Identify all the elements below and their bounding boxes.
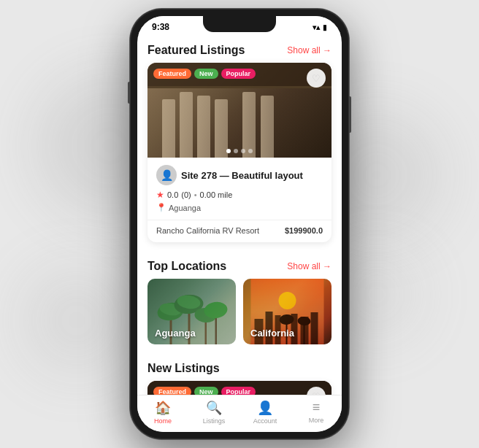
featured-section-header: Featured Listings Show all →: [137, 35, 342, 63]
svg-rect-20: [304, 324, 305, 344]
review-count: (0): [181, 190, 191, 199]
top-locations-title: Top Locations: [147, 260, 226, 273]
top-locations-header: Top Locations Show all →: [137, 251, 342, 279]
home-icon: 🏠: [155, 400, 171, 416]
pillar-3: [197, 96, 210, 158]
rating-value: 0.0: [167, 190, 178, 199]
phone-screen: 9:38 ▾▴ ▮ Featured Listings Show all →: [137, 16, 342, 432]
card-location: 📍 Aguanga: [156, 203, 323, 212]
card-footer: Rancho California RV Resort $199900.0: [147, 220, 332, 242]
main-scroll-area[interactable]: Featured Listings Show all →: [137, 35, 342, 395]
card-price: $199900.0: [285, 226, 323, 235]
listings-label: Listings: [203, 417, 226, 425]
nav-item-more[interactable]: ≡ More: [291, 400, 342, 425]
more-icon: ≡: [313, 400, 321, 415]
resort-name: Rancho California RV Resort: [156, 226, 259, 235]
listings-icon: 🔍: [206, 400, 222, 416]
nav-item-home[interactable]: 🏠 Home: [137, 400, 188, 425]
notch: [203, 16, 276, 32]
location-name: Aguanga: [169, 204, 201, 212]
dot-1: [226, 149, 231, 153]
bottom-navigation: 🏠 Home 🔍 Listings 👤 Account ≡ More: [137, 395, 342, 432]
new-card-image: Featured New Popular ♡: [147, 381, 332, 395]
home-label: Home: [154, 417, 172, 425]
heart-button[interactable]: ♡: [307, 69, 326, 88]
dot-2: [234, 149, 238, 153]
pillar-6: [261, 96, 274, 158]
svg-point-11: [279, 292, 296, 309]
new-badge-featured: Featured: [153, 387, 191, 395]
status-time: 9:38: [152, 22, 169, 32]
dot-4: [248, 149, 253, 153]
new-listings-header: New Listings: [137, 353, 342, 381]
image-dots: [226, 149, 253, 153]
new-card-badges: Featured New Popular: [153, 387, 256, 395]
card-rating: ★ 0.0 (0) • 0.00 mile: [156, 190, 323, 200]
california-label: California: [250, 328, 294, 339]
svg-rect-17: [311, 312, 318, 344]
new-badge-popular: Popular: [221, 387, 256, 395]
card-user-row: 👤 Site 278 — Beautiful layout: [156, 165, 323, 185]
card-image: Featured New Popular ♡: [147, 63, 332, 158]
distance: 0.00 mile: [200, 190, 233, 199]
svg-rect-8: [215, 314, 218, 344]
wifi-icon: ▾▴: [313, 23, 320, 31]
phone-frame: 9:38 ▾▴ ▮ Featured Listings Show all →: [130, 9, 349, 439]
pillar-1: [162, 99, 175, 158]
star-icon: ★: [156, 190, 164, 200]
badge-featured: Featured: [153, 69, 191, 79]
locations-row: Aguanga: [137, 279, 342, 353]
featured-show-all[interactable]: Show all →: [287, 45, 332, 55]
badge-popular: Popular: [221, 69, 256, 79]
new-listing-card[interactable]: Featured New Popular ♡: [147, 381, 332, 395]
card-body: 👤 Site 278 — Beautiful layout ★ 0.0 (0) …: [147, 158, 332, 220]
nav-item-account[interactable]: 👤 Account: [240, 400, 291, 425]
rating-separator: •: [194, 190, 197, 199]
avatar: 👤: [156, 165, 177, 185]
badge-new: New: [194, 69, 218, 79]
svg-rect-6: [205, 319, 207, 344]
account-label: Account: [253, 417, 277, 425]
dot-3: [241, 149, 245, 153]
card-title: Site 278 — Beautiful layout: [181, 170, 303, 181]
location-card-california[interactable]: California: [243, 279, 332, 344]
pillar-2: [180, 92, 193, 158]
top-locations-show-all[interactable]: Show all →: [287, 261, 332, 271]
status-icons: ▾▴ ▮: [313, 23, 327, 31]
account-icon: 👤: [257, 400, 273, 416]
card-badges: Featured New Popular: [153, 69, 256, 79]
nav-item-listings[interactable]: 🔍 Listings: [188, 400, 240, 425]
new-listings-title: New Listings: [147, 362, 220, 375]
battery-icon: ▮: [323, 23, 327, 31]
aguanga-label: Aguanga: [155, 328, 196, 339]
featured-listing-card[interactable]: Featured New Popular ♡ 👤 S: [147, 63, 332, 242]
location-pin-icon: 📍: [156, 203, 166, 212]
more-label: More: [309, 417, 324, 424]
location-card-aguanga[interactable]: Aguanga: [147, 279, 236, 344]
featured-title: Featured Listings: [147, 44, 245, 57]
pillar-5: [242, 92, 256, 158]
new-badge-new: New: [194, 387, 218, 395]
